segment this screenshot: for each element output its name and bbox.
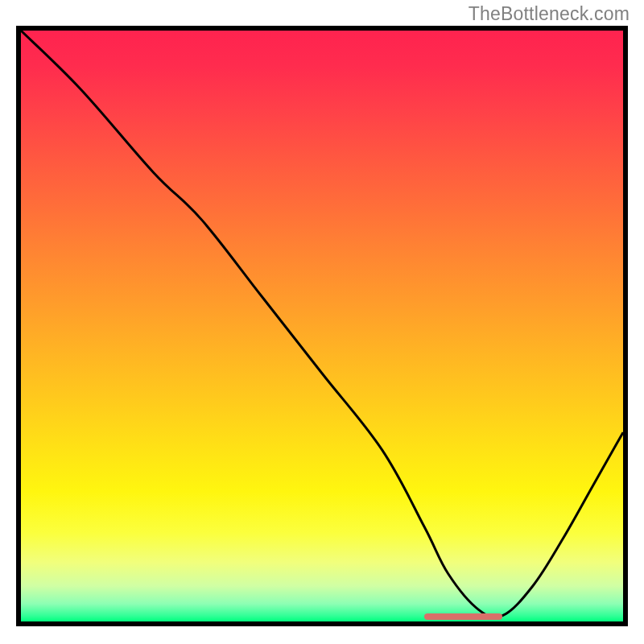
chart-frame (16, 26, 628, 626)
trough-marker (424, 613, 502, 620)
watermark-text: TheBottleneck.com (469, 3, 630, 25)
bottleneck-curve (21, 31, 623, 621)
